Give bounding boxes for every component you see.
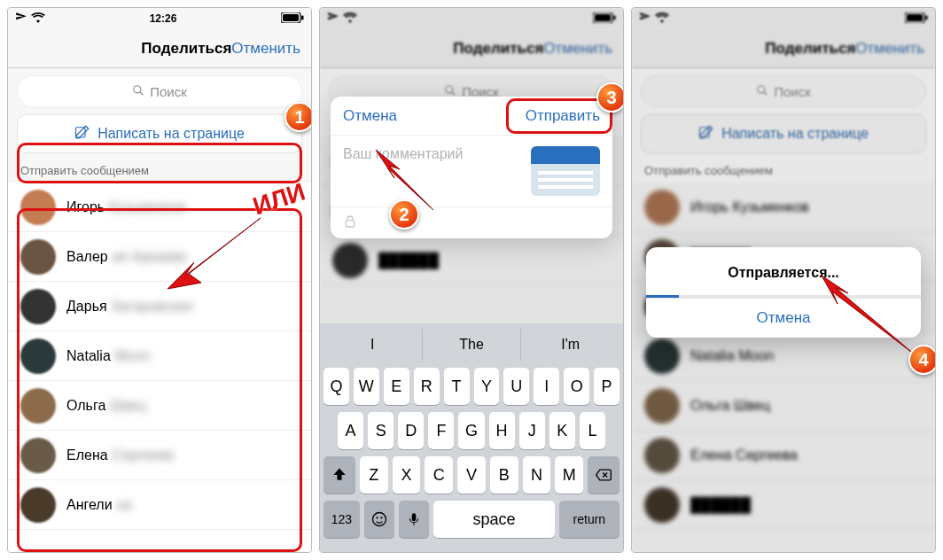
key-q[interactable]: Q xyxy=(323,368,349,405)
key-g[interactable]: G xyxy=(458,412,484,449)
annotation-box-send xyxy=(506,98,612,134)
annotation-step-4: 4 xyxy=(908,345,936,375)
numbers-key[interactable]: 123 xyxy=(323,501,360,538)
panel-compose: Поделиться Отменить Поиск Отправить сооб… xyxy=(319,7,624,553)
shift-key[interactable] xyxy=(323,456,355,494)
key-c[interactable]: C xyxy=(425,456,453,494)
status-bar: 12:26 xyxy=(8,8,311,29)
return-key[interactable]: return xyxy=(559,501,620,538)
keyboard-row: ASDFGHJKL xyxy=(323,412,620,449)
annotation-box-write xyxy=(17,143,302,183)
airplane-icon xyxy=(15,12,27,27)
svg-point-13 xyxy=(373,513,386,526)
suggestion[interactable]: I'm xyxy=(520,329,620,361)
svg-point-14 xyxy=(376,517,378,518)
svg-line-4 xyxy=(140,91,144,95)
key-l[interactable]: L xyxy=(580,412,605,449)
key-f[interactable]: F xyxy=(428,412,454,449)
key-o[interactable]: O xyxy=(564,368,589,405)
svg-rect-12 xyxy=(346,220,354,226)
keyboard-row: 123 space return xyxy=(323,501,620,538)
key-x[interactable]: X xyxy=(393,456,421,494)
key-n[interactable]: N xyxy=(523,456,551,494)
wifi-icon xyxy=(31,12,45,26)
key-t[interactable]: T xyxy=(444,368,470,405)
lock-icon[interactable] xyxy=(343,214,357,232)
key-d[interactable]: D xyxy=(398,412,424,449)
write-on-wall-label: Написать на странице xyxy=(97,126,245,142)
emoji-key[interactable] xyxy=(364,501,394,538)
keyboard-row: QWERTYUIOP xyxy=(323,368,620,405)
key-e[interactable]: E xyxy=(384,368,409,405)
key-p[interactable]: P xyxy=(594,368,620,405)
key-j[interactable]: J xyxy=(519,412,545,449)
suggestion[interactable]: The xyxy=(422,329,521,361)
key-k[interactable]: K xyxy=(549,412,575,449)
annotation-arrow-1 xyxy=(168,214,265,297)
key-a[interactable]: A xyxy=(338,412,363,449)
panel-sending: Поделиться Отменить Поиск Написать на ст… xyxy=(631,7,936,553)
annotation-step-2: 2 xyxy=(389,199,419,229)
key-y[interactable]: Y xyxy=(474,368,500,405)
search-placeholder: Поиск xyxy=(150,84,187,99)
compose-icon xyxy=(74,124,90,144)
key-r[interactable]: R xyxy=(414,368,440,405)
annotation-step-3: 3 xyxy=(596,82,624,113)
svg-point-15 xyxy=(380,517,382,518)
key-w[interactable]: W xyxy=(354,368,379,405)
svg-point-3 xyxy=(134,85,141,92)
backspace-key[interactable] xyxy=(588,456,620,494)
battery-icon xyxy=(281,12,304,26)
cancel-button[interactable]: Отменить xyxy=(231,40,300,58)
key-u[interactable]: U xyxy=(503,368,529,405)
key-z[interactable]: Z xyxy=(360,456,388,494)
key-v[interactable]: V xyxy=(457,456,486,494)
search-icon xyxy=(132,84,144,99)
annotation-step-1: 1 xyxy=(284,102,312,132)
suggestion[interactable]: I xyxy=(323,329,422,361)
attachment-thumbnail[interactable] xyxy=(531,146,600,196)
key-h[interactable]: H xyxy=(489,412,515,449)
svg-rect-1 xyxy=(283,14,299,21)
svg-rect-16 xyxy=(412,513,417,521)
svg-rect-2 xyxy=(301,15,304,19)
key-i[interactable]: I xyxy=(534,368,559,405)
status-time: 12:26 xyxy=(150,12,177,25)
key-m[interactable]: M xyxy=(555,456,583,494)
space-key[interactable]: space xyxy=(433,501,555,538)
keyboard-row: ZXCVBNM xyxy=(323,456,620,494)
key-s[interactable]: S xyxy=(368,412,394,449)
navbar: Поделиться Отменить xyxy=(8,29,311,68)
mic-key[interactable] xyxy=(399,501,429,538)
keyboard[interactable]: I The I'm QWERTYUIOP ASDFGHJKL ZXCVBNM 1… xyxy=(320,323,623,552)
panel-share-list: 12:26 Поделиться Отменить Поиск Написать… xyxy=(7,7,312,553)
key-b[interactable]: B xyxy=(490,456,518,494)
search-field[interactable]: Поиск xyxy=(17,75,302,107)
compose-cancel-button[interactable]: Отмена xyxy=(343,107,397,125)
keyboard-suggestions[interactable]: I The I'm xyxy=(323,329,620,361)
navbar-title: Поделиться xyxy=(141,40,231,58)
